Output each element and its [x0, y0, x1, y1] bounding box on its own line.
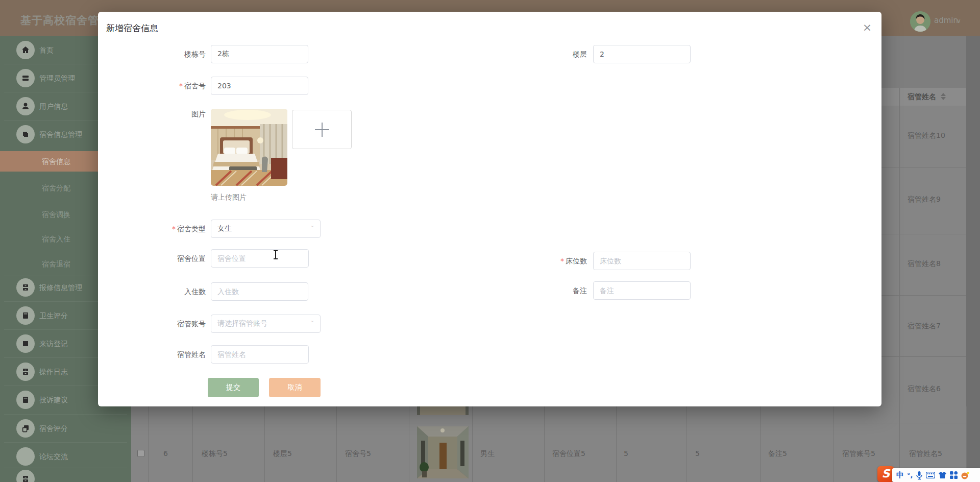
- square-icon: [16, 334, 35, 353]
- app-title: 基于高校宿舍管理: [20, 13, 110, 28]
- beds-label: *床位数: [516, 257, 587, 266]
- table-cell-floor: 楼层5: [273, 449, 292, 459]
- drawer-icon: [16, 278, 35, 297]
- book-icon: [16, 391, 35, 409]
- sidebar-item-14[interactable]: 宿舍评分: [0, 418, 131, 439]
- plus-icon: [315, 123, 329, 137]
- avatar[interactable]: [910, 11, 930, 32]
- dorm-corridor-image[interactable]: [417, 426, 469, 478]
- location-label: 宿舍位置: [134, 254, 206, 263]
- location-input[interactable]: [211, 249, 309, 268]
- image-label: 图片: [134, 110, 206, 119]
- manager-name-input[interactable]: [211, 345, 309, 364]
- drawer-icon: [16, 363, 35, 381]
- table-cell-manager_name: 宿管姓名5: [909, 449, 942, 459]
- table-body-sliver: [881, 106, 966, 406]
- table-row-divider: [881, 167, 966, 167]
- manager-name-label: 宿管姓名: [134, 350, 206, 359]
- skin-icon[interactable]: [938, 471, 947, 479]
- sidebar-item-label: 宿舍分配: [42, 183, 70, 193]
- manager-name-cell: 宿管姓名9: [908, 195, 941, 204]
- table-column-divider: [336, 406, 337, 482]
- room-label: *宿舍号: [134, 82, 206, 91]
- text-cursor: [273, 250, 279, 260]
- beds-input[interactable]: [593, 252, 691, 270]
- sidebar-item-label: 卫生评分: [39, 310, 68, 321]
- none: [16, 447, 35, 466]
- microphone-icon[interactable]: [916, 471, 923, 480]
- room-input[interactable]: [211, 77, 308, 95]
- sidebar-item-15[interactable]: 论坛交流: [0, 446, 131, 467]
- sidebar-item-label: 宿舍信息: [42, 156, 70, 166]
- table-cell-room: 宿舍号5: [345, 449, 371, 459]
- remark-input[interactable]: [593, 281, 691, 300]
- sidebar-divider: [4, 442, 127, 443]
- table-cell-type: 男生: [480, 449, 495, 459]
- copy-icon: [16, 419, 35, 438]
- sidebar-item-label: 宿舍调换: [42, 209, 70, 220]
- sidebar-item-16[interactable]: [0, 469, 131, 482]
- table-bottom-strip: [131, 406, 966, 482]
- ime-toolbar: 中 °,: [892, 468, 980, 482]
- occupancy-label: 入住数: [134, 287, 206, 297]
- keyboard-icon[interactable]: [926, 472, 935, 478]
- sidebar-item-label: 用户信息: [39, 101, 68, 111]
- sidebar-item-label: 宿舍退宿: [42, 259, 70, 269]
- occupancy-input[interactable]: [211, 282, 308, 301]
- emoji-icon[interactable]: [961, 471, 969, 479]
- table-cell-location: 宿舍位置5: [552, 449, 585, 459]
- user-menu-chevron-icon[interactable]: ∨: [957, 17, 961, 25]
- sidebar-item-label: 首页: [39, 45, 54, 55]
- table-row-divider: [881, 295, 966, 296]
- table-cell-beds: 5: [624, 449, 628, 457]
- user-name[interactable]: admin: [934, 16, 958, 25]
- table-column-divider: [687, 406, 687, 482]
- table-column-divider: [409, 406, 409, 482]
- app-root: 基于高校宿舍管理 admin ∨ 首页管理员管理用户信息宿舍信息管理宿舍信息宿舍…: [0, 0, 980, 482]
- manager-account-select[interactable]: 请选择宿管账号 ˅: [211, 315, 321, 333]
- sidebar-divider: [4, 414, 127, 415]
- table-column-divider: [472, 406, 473, 482]
- building-input[interactable]: [211, 45, 308, 63]
- submit-button[interactable]: 提交: [208, 378, 259, 397]
- table-cell-manager_account: 宿管账号5: [842, 449, 875, 459]
- table-cell-building: 楼栋号5: [202, 449, 228, 459]
- type-select[interactable]: 女生 ˅: [211, 220, 321, 238]
- table-column-divider: [544, 406, 545, 482]
- table-cell-occupancy: 5: [695, 449, 700, 457]
- uploaded-room-image[interactable]: [211, 109, 287, 186]
- floor-input[interactable]: [593, 45, 691, 63]
- table-column-divider: [760, 406, 761, 482]
- sidebar-item-label: 投诉建议: [39, 395, 68, 405]
- chevron-down-icon: ˅: [311, 226, 314, 231]
- building-label: 楼栋号: [134, 50, 206, 59]
- box-icon: [16, 125, 35, 143]
- upload-add-button[interactable]: [292, 110, 352, 149]
- manager-account-label: 宿管账号: [134, 320, 206, 329]
- dialog-title: 新增宿舍信息: [106, 22, 158, 34]
- table-row-divider: [881, 234, 966, 234]
- table-cell-index: 6: [163, 449, 168, 457]
- book-icon: [16, 306, 35, 325]
- list-icon: [16, 69, 35, 87]
- sidebar-item-label: 宿舍评分: [39, 423, 68, 433]
- toolbox-icon[interactable]: [950, 471, 958, 479]
- manager-name-cell: 宿管姓名8: [908, 259, 941, 269]
- sort-icon[interactable]: [941, 93, 946, 100]
- floor-label: 楼层: [516, 50, 587, 59]
- close-icon[interactable]: ×: [860, 20, 875, 35]
- punctuation-icon[interactable]: °,: [907, 471, 913, 479]
- cancel-button[interactable]: 取消: [269, 378, 321, 397]
- user-icon: [16, 97, 35, 115]
- sidebar-item-label: 来访登记: [39, 339, 68, 349]
- table-row-divider: [881, 356, 966, 357]
- sidebar-item-label: 宿舍入住: [42, 234, 70, 244]
- row-checkbox[interactable]: [137, 450, 144, 457]
- ime-mode-icon[interactable]: 中: [896, 470, 904, 480]
- column-header-manager-name[interactable]: 宿管姓名: [908, 92, 936, 102]
- sidebar-item-label: 报修信息管理: [39, 282, 82, 293]
- remark-label: 备注: [516, 286, 587, 296]
- sidebar-item-label: 论坛交流: [39, 451, 68, 462]
- drawer-icon: [16, 470, 35, 482]
- manager-name-cell: 宿管姓名7: [908, 322, 941, 331]
